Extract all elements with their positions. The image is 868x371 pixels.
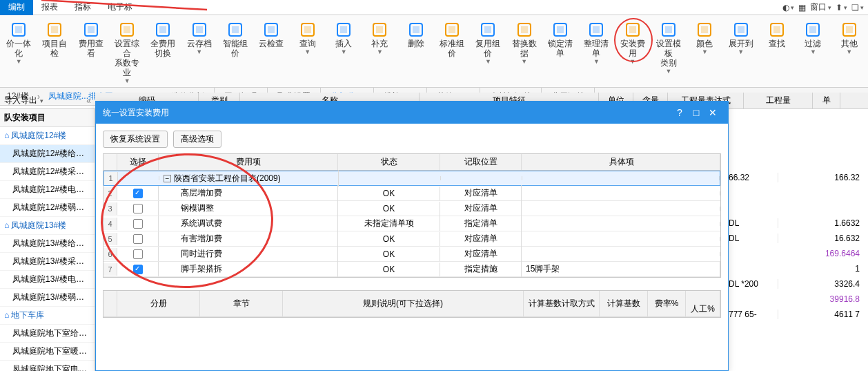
dialog-max-button[interactable]: □ <box>688 107 704 118</box>
sidebar-item[interactable]: 凤城庭院13#楼弱电预 <box>0 289 95 307</box>
fee-item-row[interactable]: 1−陕西省安装工程价目表(2009) <box>103 171 720 186</box>
col-item: 费用项 <box>159 154 338 170</box>
checkbox[interactable] <box>133 249 143 259</box>
down-icon[interactable]: ❏▾ <box>851 3 864 12</box>
data-row[interactable]: 39916.8 <box>729 292 868 307</box>
ribbon-cloud-archive[interactable]: 云存档▼ <box>184 19 215 57</box>
sidebar-item[interactable]: 凤城庭院13#楼给排水 <box>0 235 95 253</box>
sidebar-item[interactable]: 凤城庭院13#楼电气工 <box>0 271 95 289</box>
advanced-options-button[interactable]: 高级选项 <box>173 131 221 148</box>
cloud-check-icon <box>262 21 281 39</box>
data-row[interactable] <box>729 155 868 170</box>
menu-tab-ebid[interactable]: 电子标 <box>99 0 141 15</box>
sidebar-item[interactable]: 凤城庭院地下室给排水 <box>0 325 95 343</box>
svg-rect-25 <box>448 26 455 33</box>
ribbon-install-fee[interactable]: 安装费用▼ <box>617 19 649 66</box>
data-row[interactable]: 169.6464 <box>729 246 868 261</box>
ribbon-replace-data[interactable]: 替换数据▼ <box>509 19 540 66</box>
grid-header-cell[interactable]: 单 <box>813 93 840 108</box>
data-row[interactable]: 1 <box>729 261 868 276</box>
data-row[interactable] <box>729 140 868 155</box>
install-fee-icon <box>623 21 642 39</box>
ribbon-project-selfcheck[interactable]: 项目自检 <box>39 19 70 59</box>
menu-tab-compile[interactable]: 编制 <box>0 0 33 15</box>
ribbon-filter[interactable]: 过滤▼ <box>797 19 829 57</box>
fee-items-table: 选择 费用项 状态 记取位置 具体项 1−陕西省安装工程价目表(2009)2高层… <box>103 153 721 278</box>
ribbon-reuse-group[interactable]: 复用组价▼ <box>472 19 504 66</box>
ribbon-clean-list[interactable]: 整理清单▼ <box>580 19 612 66</box>
sidebar-item[interactable]: 凤城庭院地下室电气工 <box>0 361 95 371</box>
fee-item-row[interactable]: 7脚手架搭拆OK指定措施15脚手架 <box>103 262 720 277</box>
checkbox[interactable] <box>133 265 143 274</box>
user-avatar[interactable]: ◐▾ <box>782 3 794 12</box>
window-menu[interactable]: 窗口▾ <box>810 1 831 13</box>
restore-defaults-button[interactable]: 恢复系统设置 <box>103 131 168 148</box>
fee-item-row[interactable]: 2高层增加费OK对应清单 <box>103 186 720 201</box>
data-row[interactable]: 66.32166.32 <box>729 170 868 185</box>
data-row[interactable] <box>729 124 868 140</box>
ribbon-fee-view[interactable]: 费用查看 <box>75 19 107 59</box>
sidebar-item[interactable]: 凤城庭院13#楼 <box>0 217 95 235</box>
ribbon-set-template[interactable]: 设置模板类别▼ <box>653 19 684 76</box>
data-row[interactable]: DL16.632 <box>729 231 868 246</box>
sidebar-item[interactable]: 地下车库 <box>0 307 95 325</box>
ribbon-supplement[interactable]: 补充▼ <box>364 19 395 57</box>
chevron-down-icon: ▼ <box>846 48 852 55</box>
ribbon-full-fee-switch[interactable]: 全费用切换 <box>147 19 179 59</box>
filter-icon <box>803 21 822 39</box>
data-row[interactable]: 777 65-4611 7 <box>729 307 868 322</box>
fee-item-row[interactable]: 3钢模调整OK对应清单 <box>103 201 720 216</box>
data-row[interactable]: DL1.6632 <box>729 216 868 231</box>
sidebar-item[interactable]: 凤城庭院12#楼 <box>0 127 95 145</box>
fee-item-row[interactable]: 5有害增加费OK对应清单 <box>103 231 720 247</box>
grid-header-cell[interactable]: 工程量 <box>744 93 813 108</box>
install-fee-dialog: 统一设置安装费用 ? □ ✕ 恢复系统设置 高级选项 选择 费用项 状态 记取位… <box>95 101 729 371</box>
dialog-titlebar[interactable]: 统一设置安装费用 ? □ ✕ <box>96 102 728 124</box>
tree-toggle[interactable]: − <box>164 175 171 182</box>
data-row[interactable] <box>729 109 868 124</box>
ribbon-price-integrate[interactable]: 价一体化▼ <box>3 19 34 66</box>
grid-icon[interactable]: ▦ <box>798 3 806 12</box>
ribbon-find[interactable]: 查找 <box>761 19 793 50</box>
checkbox[interactable] <box>133 204 143 213</box>
data-row[interactable] <box>729 185 868 200</box>
checkbox[interactable] <box>133 189 143 198</box>
clean-list-icon <box>586 21 606 39</box>
menu-tab-index[interactable]: 指标 <box>66 0 99 15</box>
ribbon-label: 锁定清单 <box>544 39 576 58</box>
sidebar-item[interactable]: 凤城庭院12#楼采暖工 <box>0 163 95 181</box>
ribbon-insert[interactable]: 插入▼ <box>328 19 359 57</box>
project-selfcheck-icon <box>45 21 64 39</box>
sidebar-item[interactable]: 凤城庭院13#楼采暖工 <box>0 253 95 271</box>
data-row[interactable] <box>729 200 868 216</box>
checkbox[interactable] <box>133 234 143 244</box>
ribbon-smart-group[interactable]: 智能组价 <box>219 19 251 59</box>
ribbon-color[interactable]: 颜色▼ <box>689 19 720 57</box>
ribbon-lock-list[interactable]: 锁定清单 <box>544 19 576 59</box>
up-icon[interactable]: ⬆▾ <box>836 3 847 12</box>
checkbox[interactable] <box>133 219 143 229</box>
sidebar-item[interactable]: 凤城庭院12#楼电气工 <box>0 181 95 199</box>
fee-item-row[interactable]: 4系统调试费未指定清单项指定清单 <box>103 216 720 231</box>
ribbon-expand-to[interactable]: 展开到▼ <box>725 19 757 57</box>
sidebar-item[interactable]: 凤城庭院12#楼弱电预 <box>0 199 95 217</box>
data-row[interactable]: DL *2003326.4 <box>729 276 868 292</box>
collapse-icon[interactable]: « <box>86 96 91 106</box>
svg-rect-11 <box>196 26 203 33</box>
svg-rect-27 <box>484 26 491 33</box>
full-fee-switch-icon <box>153 21 172 39</box>
ribbon-query[interactable]: 查询▼ <box>292 19 324 57</box>
ribbon-delete[interactable]: 删除 <box>400 19 432 50</box>
ribbon-other[interactable]: 其他▼ <box>834 19 865 57</box>
menu-tab-report[interactable]: 报表 <box>33 0 66 15</box>
sidebar-item[interactable]: 凤城庭院12#楼给排水 <box>0 145 95 163</box>
sidebar-item[interactable]: 凤城庭院地下室暖气工 <box>0 343 95 361</box>
fee-item-row[interactable]: 6同时进行费OK对应清单 <box>103 247 720 262</box>
col-labor: 人工% <box>686 291 720 317</box>
import-export-bar[interactable]: 导入导出 ▾ « <box>0 93 95 109</box>
dialog-close-button[interactable]: ✕ <box>704 107 721 118</box>
ribbon-cloud-check[interactable]: 云检查 <box>255 19 287 50</box>
dialog-help-button[interactable]: ? <box>671 107 688 118</box>
ribbon-set-comprehensive[interactable]: 设置综合系数专业▼ <box>111 19 143 86</box>
ribbon-standard-group[interactable]: 标准组价 <box>436 19 468 59</box>
